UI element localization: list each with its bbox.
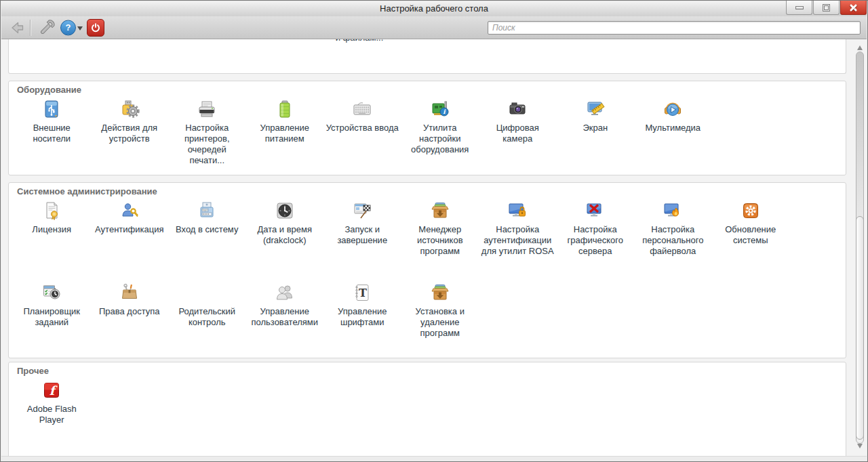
- section-hardware: Оборудование Внешние носители Действия д…: [8, 81, 846, 175]
- hardware-info-icon: [401, 98, 479, 121]
- section-title: Прочее: [9, 362, 846, 376]
- item-access-rights[interactable]: Права доступа: [91, 281, 169, 317]
- item-install-remove-software[interactable]: Установка и удаление программ: [401, 281, 479, 339]
- user-key-icon: [91, 199, 169, 222]
- users-icon: [246, 281, 324, 304]
- item-device-actions[interactable]: Действия для устройств: [91, 98, 169, 144]
- item-label: Управление шрифтами: [326, 306, 399, 328]
- item-personal-firewall[interactable]: Настройка персонального файервола: [634, 199, 712, 257]
- software-box-icon: [401, 281, 479, 304]
- section-other: Прочее Adobe Flash Player: [8, 362, 846, 456]
- scroll-down-arrow-icon[interactable]: [857, 444, 863, 451]
- item-software-sources-manager[interactable]: Менеджер источников программ: [401, 199, 479, 257]
- item-login[interactable]: Вход в систему: [168, 199, 246, 235]
- toolbar: ?: [1, 16, 867, 39]
- item-label: Дата и время (drakclock): [248, 224, 321, 246]
- quit-button[interactable]: [87, 19, 104, 37]
- scroll-up-arrow-icon[interactable]: [857, 43, 863, 50]
- calendar-stopwatch-icon: [13, 281, 91, 304]
- item-label: Установка и удаление программ: [403, 306, 477, 339]
- item-multimedia[interactable]: Мультимедиа: [634, 98, 712, 133]
- item-label: Настройка аутентификации для утилит ROSA: [481, 224, 554, 257]
- section-title: Оборудование: [9, 81, 846, 95]
- window-title: Настройка рабочего стола: [1, 1, 867, 16]
- titlebar[interactable]: Настройка рабочего стола: [1, 1, 867, 16]
- search-input[interactable]: [488, 21, 861, 35]
- item-printer-setup[interactable]: Настройка принтеров, очередей печати...: [168, 98, 246, 166]
- vertical-scrollbar: [855, 39, 865, 455]
- item-external-media[interactable]: Внешние носители: [13, 98, 91, 144]
- item-digital-camera[interactable]: Цифровая камера: [479, 98, 557, 144]
- section-title: Системное администрирование: [9, 183, 846, 196]
- item-label: Действия для устройств: [93, 123, 166, 144]
- screen-fire-icon: [634, 199, 712, 222]
- display-ruler-icon: [557, 98, 635, 121]
- item-label: Adobe Flash Player: [15, 404, 88, 425]
- item-label: Лицензия: [15, 224, 88, 235]
- clipped-item-label: и файлам...: [321, 39, 398, 43]
- back-arrow-icon: [12, 22, 23, 33]
- content-viewport: и файлам... Оборудование Внешние носител…: [1, 39, 867, 456]
- item-label: Устройства ввода: [326, 123, 399, 133]
- wrench-icon: [39, 18, 56, 35]
- item-display[interactable]: Экран: [557, 98, 635, 133]
- item-parental-control[interactable]: Родительский контроль: [168, 281, 246, 328]
- item-license[interactable]: Лицензия: [13, 199, 91, 235]
- multimedia-icon: [634, 98, 712, 121]
- item-startup-shutdown[interactable]: Запуск и завершение: [323, 199, 401, 246]
- item-date-time[interactable]: Дата и время (drakclock): [246, 199, 324, 246]
- item-label: Внешние носители: [15, 123, 88, 144]
- configure-button[interactable]: [37, 18, 57, 38]
- item-authentication[interactable]: Аутентификация: [91, 199, 169, 235]
- missing-icon: [168, 281, 246, 304]
- item-system-update[interactable]: Обновление системы: [712, 199, 790, 246]
- system-update-icon: [712, 199, 790, 222]
- section-row: Лицензия Аутентификация Вход в систему Д…: [9, 196, 846, 278]
- software-box-icon: [401, 199, 479, 222]
- item-label: Мультимедиа: [636, 123, 709, 133]
- toolbar-separator: [30, 20, 31, 36]
- maximize-button[interactable]: [813, 1, 840, 15]
- minimize-button[interactable]: [786, 1, 812, 15]
- scrollbar-thumb[interactable]: [856, 216, 864, 440]
- window-bottom-edge: [1, 456, 867, 461]
- item-label: Настройка графического сервера: [559, 224, 632, 257]
- item-label: Настройка персонального файервола: [636, 224, 709, 257]
- item-user-management[interactable]: Управление пользователями: [246, 281, 324, 328]
- item-hardware-setup-utility[interactable]: Утилита настройки оборудования: [401, 98, 479, 155]
- fonts-icon: [323, 281, 401, 304]
- item-input-devices[interactable]: Устройства ввода: [323, 98, 401, 133]
- section-row: Планировщик заданий Права доступа Родите…: [9, 278, 846, 339]
- item-label: Менеджер источников программ: [403, 224, 477, 257]
- power-icon: [91, 23, 100, 33]
- item-label: Права доступа: [93, 306, 166, 317]
- item-adobe-flash-player[interactable]: Adobe Flash Player: [13, 379, 91, 425]
- help-button[interactable]: ?: [60, 20, 76, 35]
- back-button[interactable]: [8, 20, 26, 36]
- maximize-icon: [823, 4, 830, 12]
- license-seal-icon: [13, 199, 91, 222]
- app-window: Настройка рабочего стола ?: [0, 0, 868, 462]
- item-label: Вход в систему: [170, 224, 243, 235]
- item-label: Запуск и завершение: [326, 224, 399, 246]
- item-x-server-settings[interactable]: Настройка графического сервера: [557, 199, 635, 257]
- item-label: Обновление системы: [714, 224, 787, 246]
- minimize-icon: [795, 6, 804, 9]
- item-rosa-auth-settings[interactable]: Настройка аутентификации для утилит ROSA: [479, 199, 557, 257]
- item-label: Планировщик заданий: [15, 306, 88, 328]
- section-system-administration: Системное администрирование Лицензия Аут…: [8, 182, 846, 358]
- item-font-management[interactable]: Управление шрифтами: [323, 281, 401, 328]
- item-task-scheduler[interactable]: Планировщик заданий: [13, 281, 91, 328]
- section-row: Внешние носители Действия для устройств …: [9, 95, 846, 166]
- clock-icon: [246, 199, 324, 222]
- toolbox-icon: [91, 281, 169, 304]
- item-power-management[interactable]: Управление питанием: [246, 98, 324, 144]
- close-button[interactable]: [840, 1, 867, 15]
- section-row: Adobe Flash Player: [9, 376, 846, 425]
- usb-gear-icon: [91, 98, 169, 121]
- camera-icon: [479, 98, 557, 121]
- help-dropdown-caret-icon[interactable]: [77, 26, 83, 33]
- item-label: Настройка принтеров, очередей печати...: [170, 123, 243, 166]
- clipped-section-frame: и файлам...: [8, 39, 846, 74]
- item-label: Аутентификация: [93, 224, 166, 235]
